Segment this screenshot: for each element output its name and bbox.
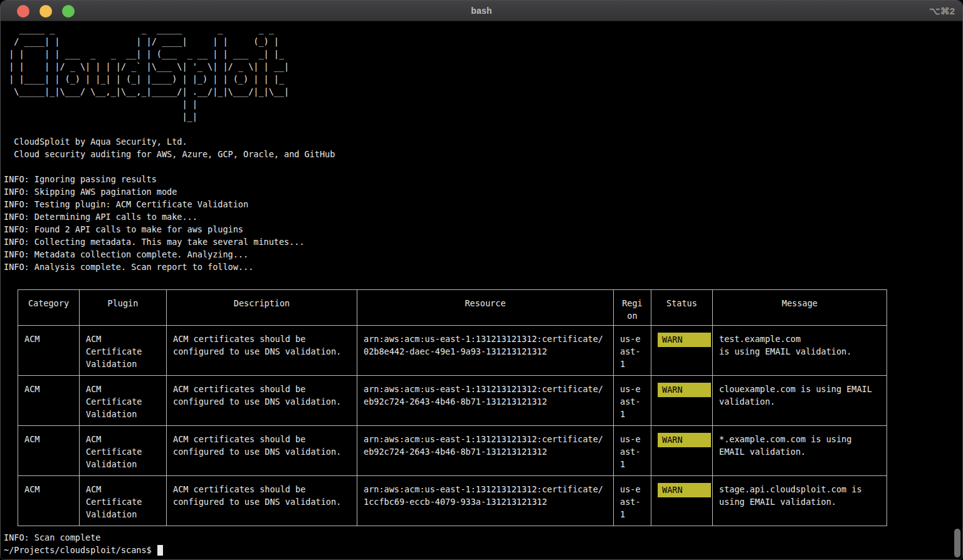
warn-status-badge: WARN bbox=[658, 333, 711, 347]
cell-region: us-e ast- 1 bbox=[614, 426, 651, 476]
scrollbar-thumb[interactable] bbox=[954, 529, 960, 557]
cell-message: *.example.com.com is using EMAIL validat… bbox=[713, 426, 887, 476]
warn-status-badge: WARN bbox=[658, 383, 711, 397]
cell-category: ACM bbox=[18, 376, 80, 426]
cell-resource: arn:aws:acm:us-east-1:131213121312:certi… bbox=[357, 376, 614, 426]
cell-region: us-e ast- 1 bbox=[614, 326, 651, 376]
window-title: bash bbox=[471, 6, 492, 16]
cell-resource: arn:aws:acm:us-east-1:131213121312:certi… bbox=[357, 426, 614, 476]
warn-status-badge: WARN bbox=[658, 433, 711, 447]
cell-plugin: ACM Certificate Validation bbox=[80, 376, 167, 426]
cell-description: ACM certificates should be configured to… bbox=[167, 476, 357, 526]
cell-plugin: ACM Certificate Validation bbox=[80, 476, 167, 526]
titlebar[interactable]: bash ⌥⌘2 bbox=[1, 1, 962, 21]
terminal-window: bash ⌥⌘2 _____ _ _ _____ _ _ _ / ____| |… bbox=[0, 0, 963, 560]
warn-status-badge: WARN bbox=[658, 483, 711, 497]
header-message: Message bbox=[713, 290, 887, 326]
cell-message: stage.api.cloudsploit.com is using EMAIL… bbox=[713, 476, 887, 526]
table-row: ACM ACM Certificate Validation ACM certi… bbox=[18, 376, 887, 426]
cell-description: ACM certificates should be configured to… bbox=[167, 426, 357, 476]
cell-description: ACM certificates should be configured to… bbox=[167, 376, 357, 426]
cell-plugin: ACM Certificate Validation bbox=[80, 426, 167, 476]
cell-message: test.example.com is using EMAIL validati… bbox=[713, 326, 887, 376]
header-status: Status bbox=[651, 290, 713, 326]
cell-region: us-e ast- 1 bbox=[614, 376, 651, 426]
scan-report-table: Category Plugin Description Resource Reg… bbox=[18, 289, 887, 526]
minimize-button[interactable] bbox=[39, 5, 52, 18]
close-button[interactable] bbox=[17, 5, 29, 18]
table-header-row: Category Plugin Description Resource Reg… bbox=[18, 290, 887, 326]
cell-category: ACM bbox=[18, 326, 80, 376]
header-description: Description bbox=[167, 290, 357, 326]
table-row: ACM ACM Certificate Validation ACM certi… bbox=[18, 476, 887, 526]
cell-resource: arn:aws:acm:us-east-1:131213121312:certi… bbox=[357, 476, 614, 526]
cell-category: ACM bbox=[18, 476, 80, 526]
header-category: Category bbox=[18, 290, 80, 326]
cell-status: WARN bbox=[651, 476, 713, 526]
taglines: CloudSploit by Aqua Security, Ltd. Cloud… bbox=[4, 135, 962, 160]
cell-status: WARN bbox=[651, 426, 713, 476]
fullscreen-button[interactable] bbox=[62, 5, 75, 18]
terminal-content: _____ _ _ _____ _ _ _ / ____| | | |/ ___… bbox=[1, 21, 962, 560]
cell-status: WARN bbox=[651, 376, 713, 426]
header-plugin: Plugin bbox=[80, 290, 167, 326]
window-shortcut-badge: ⌥⌘2 bbox=[929, 1, 955, 21]
cell-region: us-e ast- 1 bbox=[614, 476, 651, 526]
scrollbar-track[interactable] bbox=[954, 21, 961, 560]
header-region: Regi on bbox=[614, 290, 651, 326]
cell-status: WARN bbox=[651, 326, 713, 376]
prompt-line[interactable]: ~/Projects/cloudsploit/scans$ bbox=[4, 544, 962, 556]
traffic-lights bbox=[17, 1, 75, 21]
cell-plugin: ACM Certificate Validation bbox=[80, 326, 167, 376]
table-row: ACM ACM Certificate Validation ACM certi… bbox=[18, 426, 887, 476]
ascii-logo: _____ _ _ _____ _ _ _ / ____| | | |/ ___… bbox=[4, 23, 962, 123]
header-resource: Resource bbox=[357, 290, 614, 326]
info-log: INFO: Ignoring passing results INFO: Ski… bbox=[4, 173, 962, 273]
cell-resource: arn:aws:acm:us-east-1:131213121312:certi… bbox=[357, 326, 614, 376]
table-row: ACM ACM Certificate Validation ACM certi… bbox=[18, 326, 887, 376]
shell-prompt: ~/Projects/cloudsploit/scans$ bbox=[4, 544, 152, 556]
cell-description: ACM certificates should be configured to… bbox=[167, 326, 357, 376]
cell-message: clouexample.com is using EMAIL validatio… bbox=[713, 376, 887, 426]
terminal-cursor bbox=[157, 545, 163, 556]
scan-complete-line: INFO: Scan complete bbox=[4, 531, 962, 544]
cell-category: ACM bbox=[18, 426, 80, 476]
